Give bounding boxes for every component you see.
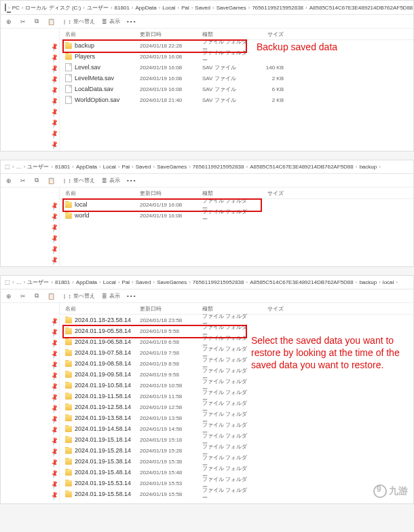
more-button[interactable]: ••• — [127, 177, 136, 183]
file-date: 2024/01/19 15:28 — [140, 448, 202, 454]
file-date: 2024/01/19 8:58 — [140, 361, 202, 367]
breadcrumb[interactable]: ⬚›…›ユーザー›81801›AppData›Local›Pal›Saved›S… — [1, 276, 413, 289]
explorer-window-3: ⬚›…›ユーザー›81801›AppData›Local›Pal›Saved›S… — [0, 275, 414, 504]
chevron-right-icon: › — [246, 279, 248, 285]
folder-icon — [65, 426, 72, 432]
sort-button[interactable]: ↕並べ替え — [69, 292, 96, 300]
breadcrumb-item[interactable]: Local — [162, 5, 175, 11]
breadcrumb-item[interactable]: 76561199215952838 — [193, 164, 244, 170]
breadcrumb-item[interactable]: Local — [103, 164, 116, 170]
view-button[interactable]: ≣表示 — [102, 177, 120, 184]
file-row[interactable]: world2024/01/19 16:08ファイル フォルダー — [60, 210, 413, 221]
breadcrumb-item[interactable]: ローカル ディスク (C:) — [25, 4, 81, 12]
breadcrumb-item[interactable]: ユーザー — [87, 4, 109, 12]
breadcrumb-item[interactable]: ⬚ — [5, 164, 10, 170]
col-date[interactable]: 更新日時 — [140, 190, 202, 197]
breadcrumb[interactable]: ⬚›…›ユーザー›81801›AppData›Local›Pal›Saved›S… — [1, 160, 413, 174]
breadcrumb-item[interactable]: 81801 — [55, 164, 70, 170]
breadcrumb-item[interactable]: … — [16, 164, 22, 170]
file-date: 2024/01/19 11:58 — [140, 393, 202, 400]
breadcrumb-item[interactable]: backup — [359, 164, 377, 170]
file-name: LevelMeta.sav — [75, 75, 114, 82]
breadcrumb-item[interactable]: 76561199215952838 — [252, 5, 303, 11]
chevron-right-icon: › — [83, 5, 85, 11]
col-size[interactable]: サイズ — [250, 305, 288, 313]
cut-button[interactable]: ✂ — [20, 177, 28, 184]
copy-button[interactable]: ⧉ — [35, 292, 41, 300]
chevron-right-icon: › — [111, 5, 113, 11]
file-row[interactable]: WorldOption.sav2024/01/18 21:40SAV ファイル2… — [60, 94, 413, 105]
breadcrumb-item[interactable]: Saved — [136, 164, 151, 170]
col-type[interactable]: 種類 — [202, 31, 250, 38]
col-date[interactable]: 更新日時 — [140, 31, 202, 38]
breadcrumb-item[interactable]: … — [16, 279, 22, 285]
breadcrumb-item[interactable]: 76561199215952838 — [193, 279, 244, 285]
folder-icon — [65, 54, 72, 60]
breadcrumb-item[interactable]: AppData — [136, 5, 157, 11]
file-size: 140 KB — [250, 65, 288, 71]
breadcrumb-item[interactable]: AppData — [76, 164, 97, 170]
folder-icon — [65, 404, 72, 410]
sort-button[interactable]: ↕並べ替え — [69, 18, 96, 25]
breadcrumb-item[interactable]: backup — [359, 279, 377, 285]
breadcrumb-item[interactable]: Saved — [195, 5, 210, 11]
breadcrumb-item[interactable]: SaveGames — [157, 279, 187, 285]
breadcrumb-item[interactable]: A8585C514C67E3E489214DB762AF5D88 — [250, 164, 354, 170]
col-name[interactable]: 名前 — [65, 190, 140, 197]
breadcrumb-item[interactable]: 81801 — [55, 279, 70, 285]
paste-button[interactable]: 📋 — [48, 293, 57, 300]
cut-button[interactable]: ✂ — [20, 18, 28, 25]
copy-button[interactable]: ⧉ — [35, 177, 41, 184]
pc-icon[interactable] — [5, 3, 6, 12]
copy-button[interactable]: ⧉ — [35, 18, 41, 25]
breadcrumb-item[interactable]: A8585C514C67E3E489214DB762AF5D88 — [250, 279, 354, 285]
col-size[interactable]: サイズ — [250, 190, 288, 197]
folder-icon — [65, 372, 72, 378]
annotation-restore: Select the saved data you want to restor… — [251, 334, 400, 372]
col-name[interactable]: 名前 — [65, 31, 140, 38]
paste-button[interactable]: 📋 — [48, 18, 57, 25]
new-button[interactable]: ⊕ — [6, 18, 14, 25]
breadcrumb-item[interactable]: Pal — [181, 5, 189, 11]
sort-button[interactable]: ↕並べ替え — [69, 177, 96, 184]
view-button[interactable]: ≣表示 — [102, 292, 120, 300]
breadcrumb-item[interactable]: A8585C514C67E3E489214DB762AF5D88 — [309, 5, 413, 11]
breadcrumb-item[interactable]: AppData — [76, 279, 97, 285]
breadcrumb-item[interactable]: Local — [103, 279, 116, 285]
breadcrumb-item[interactable]: 81801 — [115, 5, 130, 11]
col-date[interactable]: 更新日時 — [140, 305, 202, 313]
breadcrumb-item[interactable]: SaveGames — [157, 164, 187, 170]
more-button[interactable]: ••• — [127, 293, 136, 299]
file-icon — [65, 74, 72, 82]
col-name[interactable]: 名前 — [65, 305, 140, 313]
file-row[interactable]: Players2024/01/19 16:08ファイル フォルダー — [60, 51, 413, 62]
breadcrumb-item[interactable]: local — [383, 279, 394, 285]
file-row[interactable]: Level.sav2024/01/19 16:08SAV ファイル140 KB — [60, 62, 413, 73]
breadcrumb-item[interactable]: Pal — [122, 279, 130, 285]
breadcrumb-item[interactable]: ⬚ — [5, 279, 10, 285]
view-button[interactable]: ≣表示 — [102, 18, 120, 25]
breadcrumb-item[interactable]: Pal — [122, 164, 130, 170]
file-row[interactable]: LocalData.sav2024/01/19 16:08SAV ファイル6 K… — [60, 84, 413, 94]
breadcrumb-item[interactable]: ユーザー — [27, 163, 49, 171]
cut-button[interactable]: ✂ — [20, 293, 28, 300]
paste-button[interactable]: 📋 — [48, 177, 57, 184]
file-row[interactable]: LevelMeta.sav2024/01/19 16:08SAV ファイル2 K… — [60, 73, 413, 84]
col-type[interactable]: 種類 — [202, 190, 250, 197]
file-date: 2024/01/18 21:40 — [140, 97, 202, 103]
breadcrumb-item[interactable]: SaveGames — [217, 5, 246, 11]
breadcrumb[interactable]: ›PC›ローカル ディスク (C:)›ユーザー›81801›AppData›Lo… — [1, 1, 413, 15]
col-size[interactable]: サイズ — [250, 31, 288, 38]
chevron-right-icon: › — [153, 279, 155, 285]
breadcrumb-item[interactable]: ユーザー — [27, 279, 49, 286]
breadcrumb-item[interactable]: PC — [12, 5, 20, 11]
folder-icon — [65, 491, 72, 497]
file-row[interactable]: 2024.01.19-15.58.142024/01/19 15:58ファイル … — [60, 489, 413, 499]
file-date: 2024/01/19 6:58 — [140, 339, 202, 345]
breadcrumb-item[interactable]: Saved — [136, 279, 151, 285]
file-name: WorldOption.sav — [75, 96, 119, 103]
new-button[interactable]: ⊕ — [6, 177, 14, 184]
more-button[interactable]: ••• — [127, 18, 136, 24]
new-button[interactable]: ⊕ — [6, 293, 14, 300]
col-type[interactable]: 種類 — [202, 305, 250, 313]
